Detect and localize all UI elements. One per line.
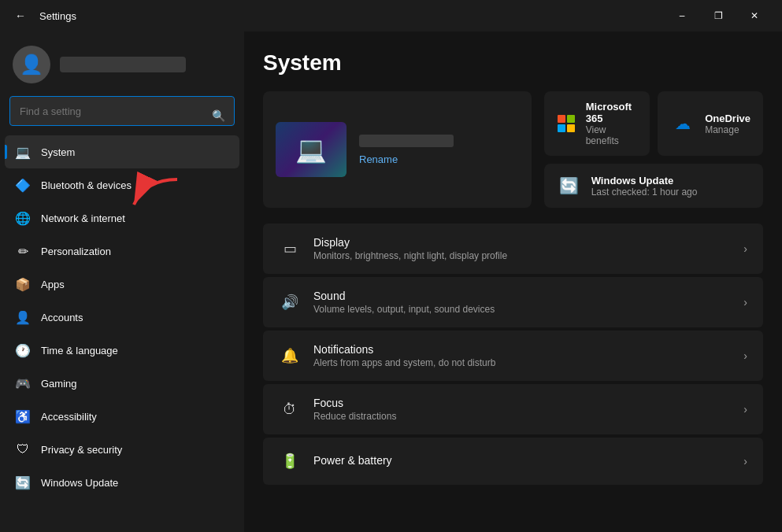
settings-item-sound[interactable]: 🔊SoundVolume levels, output, input, soun… (263, 277, 763, 327)
sidebar-item-network[interactable]: 🌐Network & internet (5, 201, 239, 235)
windows-update-card[interactable]: 🔄 Windows Update Last checked: 1 hour ag… (544, 164, 763, 208)
windows-update-text: Windows Update Last checked: 1 hour ago (591, 175, 698, 198)
bluetooth-icon: 🔷 (14, 176, 32, 194)
top-cards: 💻 Rename (263, 91, 763, 208)
windows-update-title: Windows Update (591, 175, 698, 187)
sidebar: 👤 🔍 💻System🔷Bluetooth & devices🌐Network … (0, 31, 244, 532)
display-title: Display (313, 236, 731, 249)
settings-list: ▭DisplayMonitors, brightness, night ligh… (263, 224, 763, 486)
sidebar-label-accounts: Accounts (41, 312, 83, 323)
power-chevron-icon: › (743, 455, 747, 467)
sidebar-item-privacy[interactable]: 🛡Privacy & security (5, 433, 239, 466)
sound-title: Sound (313, 290, 731, 302)
sidebar-label-windows-update: Windows Update (41, 477, 118, 489)
sidebar-item-time[interactable]: 🕐Time & language (5, 334, 239, 367)
onedrive-title: OneDrive (705, 113, 750, 124)
app-body: 👤 🔍 💻System🔷Bluetooth & devices🌐Network … (0, 31, 782, 532)
title-bar: ← Settings – ❐ ✕ (0, 0, 782, 31)
notifications-subtitle: Alerts from apps and system, do not dist… (313, 357, 731, 368)
windows-update-icon: 🔄 (557, 173, 582, 198)
sidebar-item-accounts[interactable]: 👤Accounts (5, 301, 239, 334)
device-card[interactable]: 💻 Rename (263, 91, 532, 208)
sidebar-item-windows-update[interactable]: 🔄Windows Update (5, 466, 239, 499)
sidebar-item-apps[interactable]: 📦Apps (5, 268, 239, 301)
focus-text: FocusReduce distractions (313, 397, 731, 422)
power-text: Power & battery (313, 454, 731, 468)
sidebar-label-privacy: Privacy & security (41, 444, 122, 456)
microsoft365-subtitle: View benefits (586, 124, 638, 146)
user-icon: 👤 (20, 54, 43, 76)
sidebar-item-bluetooth[interactable]: 🔷Bluetooth & devices (5, 168, 239, 201)
avatar: 👤 (13, 46, 50, 83)
windows-update-subtitle: Last checked: 1 hour ago (591, 187, 698, 198)
power-title: Power & battery (313, 454, 731, 467)
accessibility-icon: ♿ (14, 408, 32, 425)
focus-chevron-icon: › (743, 403, 747, 416)
power-icon: 🔋 (279, 450, 301, 472)
display-text: DisplayMonitors, brightness, night light… (313, 236, 731, 261)
system-icon: 💻 (14, 143, 32, 161)
main-content: System 💻 Rename (244, 31, 782, 532)
focus-icon: ⏱ (279, 398, 301, 420)
search-container: 🔍 (0, 96, 244, 135)
gaming-icon: 🎮 (14, 375, 32, 392)
display-subtitle: Monitors, brightness, night light, displ… (313, 250, 731, 261)
microsoft365-card[interactable]: Microsoft 365 View benefits (544, 91, 650, 156)
settings-item-focus[interactable]: ⏱FocusReduce distractions› (263, 384, 763, 434)
sound-chevron-icon: › (743, 296, 747, 308)
close-button[interactable]: ✕ (736, 3, 773, 28)
microsoft365-icon (557, 111, 576, 136)
rename-link[interactable]: Rename (359, 153, 454, 165)
sidebar-item-gaming[interactable]: 🎮Gaming (5, 367, 239, 400)
sound-text: SoundVolume levels, output, input, sound… (313, 290, 731, 315)
profile-name-blur (60, 57, 186, 72)
sidebar-label-network: Network & internet (41, 212, 125, 224)
sidebar-label-apps: Apps (41, 279, 65, 290)
onedrive-icon: ☁ (670, 111, 695, 136)
sound-icon: 🔊 (279, 291, 301, 313)
sidebar-label-bluetooth: Bluetooth & devices (41, 179, 132, 191)
cloud-cards-row: Microsoft 365 View benefits ☁ OneDrive M… (544, 91, 763, 156)
sidebar-item-system[interactable]: 💻System (5, 135, 239, 168)
time-icon: 🕐 (14, 342, 32, 359)
network-icon: 🌐 (14, 209, 32, 227)
settings-item-power[interactable]: 🔋Power & battery› (263, 438, 763, 485)
notifications-title: Notifications (313, 343, 731, 356)
maximize-button[interactable]: ❐ (700, 3, 736, 28)
window-controls: – ❐ ✕ (664, 3, 773, 28)
settings-item-display[interactable]: ▭DisplayMonitors, brightness, night ligh… (263, 224, 763, 274)
minimize-button[interactable]: – (664, 3, 700, 28)
apps-icon: 📦 (14, 275, 32, 293)
search-icon: 🔍 (212, 109, 225, 122)
app-title: Settings (39, 10, 76, 22)
focus-title: Focus (313, 397, 731, 409)
personalization-icon: ✏ (14, 242, 32, 260)
notifications-chevron-icon: › (743, 349, 747, 362)
onedrive-subtitle: Manage (705, 124, 750, 135)
sidebar-label-gaming: Gaming (41, 378, 77, 390)
display-icon: ▭ (279, 238, 301, 260)
sidebar-label-time: Time & language (41, 345, 118, 357)
search-input[interactable] (9, 96, 235, 126)
page-title: System (263, 50, 763, 76)
windows-update-icon: 🔄 (14, 474, 32, 491)
sidebar-label-personalization: Personalization (41, 246, 111, 257)
info-cards: Microsoft 365 View benefits ☁ OneDrive M… (544, 91, 763, 208)
sidebar-item-accessibility[interactable]: ♿Accessibility (5, 400, 239, 433)
back-button[interactable]: ← (9, 5, 32, 27)
onedrive-text: OneDrive Manage (705, 113, 750, 135)
nav-list: 💻System🔷Bluetooth & devices🌐Network & in… (0, 135, 244, 532)
notifications-icon: 🔔 (279, 345, 301, 367)
sidebar-label-system: System (41, 146, 75, 158)
accounts-icon: 👤 (14, 308, 32, 326)
microsoft365-text: Microsoft 365 View benefits (586, 101, 638, 146)
settings-item-notifications[interactable]: 🔔NotificationsAlerts from apps and syste… (263, 331, 763, 381)
sound-subtitle: Volume levels, output, input, sound devi… (313, 304, 731, 315)
profile-section[interactable]: 👤 (0, 38, 244, 96)
onedrive-card[interactable]: ☁ OneDrive Manage (658, 91, 763, 156)
privacy-icon: 🛡 (14, 441, 32, 458)
sidebar-item-personalization[interactable]: ✏Personalization (5, 235, 239, 268)
notifications-text: NotificationsAlerts from apps and system… (313, 343, 731, 368)
sidebar-label-accessibility: Accessibility (41, 411, 97, 423)
focus-subtitle: Reduce distractions (313, 411, 731, 422)
